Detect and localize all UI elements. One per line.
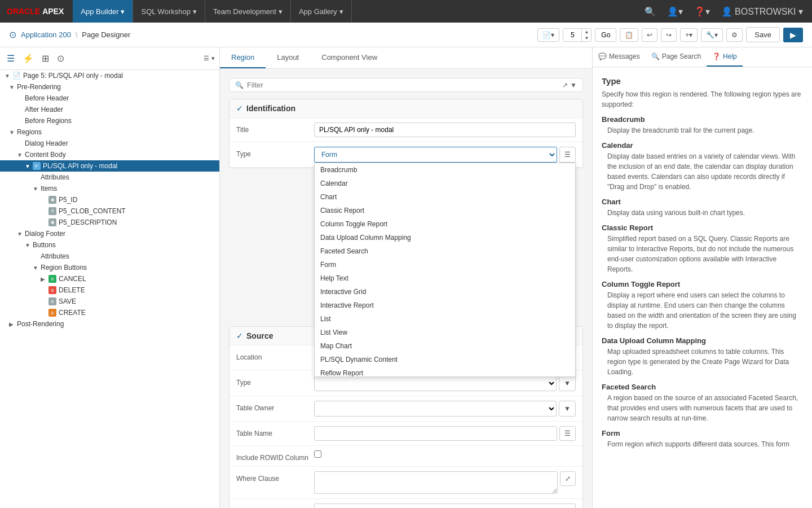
- type-select[interactable]: Form: [314, 147, 557, 163]
- tree-arrow-regions[interactable]: ▼: [9, 129, 16, 135]
- tree-item-post-rendering[interactable]: ▶ Post-Rendering: [0, 318, 219, 330]
- nav-team-development[interactable]: Team Development ▾: [205, 0, 291, 23]
- tab-layout[interactable]: Layout: [266, 47, 310, 68]
- tree-item-p5-id[interactable]: ▣ P5_ID: [0, 194, 219, 205]
- shared-icon[interactable]: ⊙: [55, 51, 67, 66]
- tree-item-after-header[interactable]: After Header: [0, 104, 219, 115]
- dropdown-item-faceted-search[interactable]: Faceted Search: [315, 244, 575, 258]
- tree-item-create[interactable]: B CREATE: [0, 307, 219, 318]
- dropdown-item-data-upload[interactable]: Data Upload Column Mapping: [315, 231, 575, 244]
- options-icon[interactable]: ▾: [211, 55, 215, 62]
- utilities-icon[interactable]: ⚙: [726, 28, 743, 42]
- nav-sql-workshop[interactable]: SQL Workshop ▾: [133, 0, 205, 23]
- dropdown-item-help-text[interactable]: Help Text: [315, 271, 575, 285]
- go-button[interactable]: Go: [595, 28, 616, 42]
- order-by-input[interactable]: [314, 503, 576, 508]
- tree-item-regions[interactable]: ▼ Regions: [0, 126, 219, 138]
- page-nav-down[interactable]: ▼: [582, 35, 591, 41]
- tab-page-search[interactable]: 🔍 Page Search: [646, 47, 707, 67]
- where-clause-expand-btn[interactable]: ⤢: [560, 471, 576, 486]
- filter-collapse-icon[interactable]: ▼: [570, 81, 577, 89]
- tree-item-plsql-modal[interactable]: ▼ F PL/SQL API only - modal: [0, 160, 219, 172]
- help-icon[interactable]: ❓▾: [692, 4, 712, 19]
- user-menu-icon[interactable]: 👤▾: [665, 4, 685, 19]
- dropdown-item-form[interactable]: Form: [315, 258, 575, 271]
- tree-item-before-regions[interactable]: Before Regions: [0, 115, 219, 126]
- add-icon[interactable]: +▾: [680, 28, 698, 42]
- tree-item-content-body[interactable]: ▼ Content Body: [0, 149, 219, 160]
- tree-arrow-df[interactable]: ▼: [17, 231, 24, 237]
- tree-item-dialog-footer[interactable]: ▼ Dialog Footer: [0, 228, 219, 239]
- dropdown-item-map-chart[interactable]: Map Chart: [315, 339, 575, 353]
- tree-arrow-post[interactable]: ▶: [9, 321, 16, 327]
- tree-item-attributes2[interactable]: Attributes: [0, 251, 219, 262]
- filter-input[interactable]: [247, 81, 559, 89]
- page-number-input[interactable]: 5: [563, 29, 581, 41]
- tab-region[interactable]: Region: [220, 47, 266, 68]
- title-input[interactable]: [314, 122, 576, 137]
- new-page-button[interactable]: 📄▾: [537, 28, 559, 42]
- tree-arrow-items[interactable]: ▼: [33, 186, 39, 192]
- breadcrumb-app[interactable]: Application 200: [21, 30, 71, 39]
- include-rowid-checkbox[interactable]: [314, 450, 321, 458]
- tree-item-dialog-header[interactable]: Dialog Header: [0, 138, 219, 149]
- where-clause-input[interactable]: [314, 471, 558, 494]
- tab-component-view[interactable]: Component View: [310, 47, 389, 68]
- nav-app-gallery[interactable]: App Gallery ▾: [291, 0, 352, 23]
- tree-item-p5-desc[interactable]: ▣ P5_DESCRIPTION: [0, 217, 219, 228]
- page-icon[interactable]: ⊞: [39, 51, 51, 66]
- tree-arrow-btns[interactable]: ▼: [25, 242, 32, 248]
- filter-expand-icon[interactable]: ↗: [562, 81, 568, 89]
- tab-messages[interactable]: 💬 Messages: [593, 47, 646, 67]
- tree-arrow-pre[interactable]: ▼: [9, 84, 16, 90]
- type-help-btn[interactable]: ☰: [559, 147, 576, 163]
- dropdown-item-column-toggle[interactable]: Column Toggle Report: [315, 217, 575, 231]
- lightning-icon[interactable]: ⚡: [20, 51, 36, 66]
- dropdown-item-list[interactable]: List: [315, 312, 575, 326]
- tab-help[interactable]: ❓ Help: [707, 47, 743, 67]
- list-view-icon[interactable]: ☰: [204, 55, 209, 62]
- nav-app-builder[interactable]: App Builder ▾: [73, 0, 133, 23]
- tree-item-pre-rendering[interactable]: ▼ Pre-Rendering: [0, 81, 219, 93]
- tree-item-p5-clob[interactable]: ☰ P5_CLOB_CONTENT: [0, 205, 219, 217]
- dropdown-item-breadcrumb[interactable]: Breadcrumb: [315, 163, 575, 177]
- source-type-expand-btn[interactable]: ▼: [559, 375, 576, 391]
- tree-arrow-page5[interactable]: ▼: [5, 73, 11, 79]
- tree-arrow-rbtns[interactable]: ▼: [33, 265, 39, 271]
- tree-arrow-cancel[interactable]: ▶: [41, 276, 47, 282]
- tools-icon[interactable]: 🔧▾: [701, 28, 723, 42]
- table-name-list-btn[interactable]: ☰: [559, 426, 576, 441]
- user-profile-icon[interactable]: 👤 BOSTROWSKI ▾: [719, 4, 805, 19]
- dropdown-item-interactive-report[interactable]: Interactive Report: [315, 299, 575, 312]
- tree-item-save[interactable]: B SAVE: [0, 296, 219, 307]
- clipboard-icon[interactable]: 📋: [620, 28, 638, 42]
- tree-item-items[interactable]: ▼ Items: [0, 183, 219, 194]
- search-icon[interactable]: 🔍: [642, 4, 658, 19]
- tree-arrow-plsql[interactable]: ▼: [25, 163, 32, 169]
- identification-toggle[interactable]: ✓: [236, 104, 243, 113]
- tree-item-page5[interactable]: ▼ 📄 Page 5: PL/SQL API only - modal: [0, 70, 219, 81]
- tree-item-buttons[interactable]: ▼ Buttons: [0, 239, 219, 251]
- table-name-input[interactable]: [314, 426, 557, 441]
- table-owner-select[interactable]: [314, 401, 557, 417]
- tree-view-icon[interactable]: ☰: [5, 51, 17, 66]
- source-toggle[interactable]: ✓: [236, 331, 243, 340]
- save-button[interactable]: Save: [746, 27, 780, 42]
- tree-item-before-header[interactable]: Before Header: [0, 93, 219, 104]
- undo-icon[interactable]: ↩: [642, 28, 657, 42]
- dropdown-item-reflow-report[interactable]: Reflow Report: [315, 366, 575, 377]
- page-nav-up[interactable]: ▲: [582, 29, 591, 35]
- dropdown-item-chart[interactable]: Chart: [315, 190, 575, 204]
- redo-icon[interactable]: ↪: [661, 28, 677, 42]
- run-button[interactable]: ▶: [783, 28, 803, 42]
- tree-item-cancel[interactable]: ▶ B CANCEL: [0, 273, 219, 284]
- tree-item-delete[interactable]: B DELETE: [0, 284, 219, 296]
- dropdown-item-classic-report[interactable]: Classic Report: [315, 204, 575, 217]
- source-type-select[interactable]: [314, 375, 557, 391]
- dropdown-item-calendar[interactable]: Calendar: [315, 177, 575, 190]
- tree-item-attributes[interactable]: Attributes: [0, 172, 219, 183]
- tree-arrow-cb[interactable]: ▼: [17, 152, 24, 158]
- dropdown-item-interactive-grid[interactable]: Interactive Grid: [315, 285, 575, 299]
- identification-header[interactable]: ✓ Identification: [230, 99, 582, 118]
- table-owner-expand-btn[interactable]: ▼: [559, 401, 576, 417]
